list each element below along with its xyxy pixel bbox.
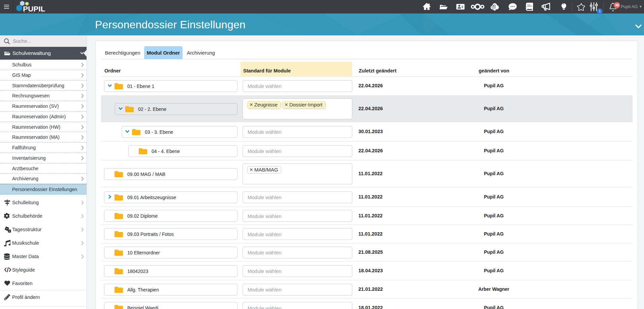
svg-text:S: S (492, 5, 494, 8)
